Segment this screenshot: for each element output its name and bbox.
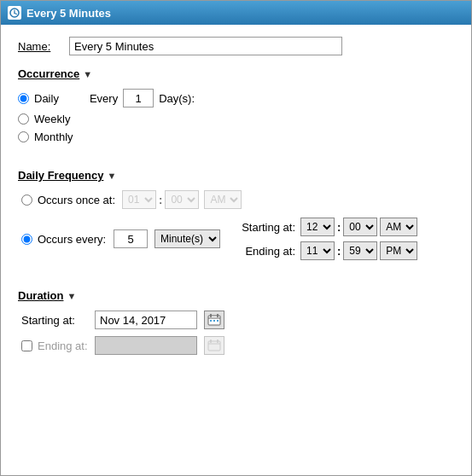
name-label: Name: (18, 40, 61, 53)
duration-start-date-input[interactable] (95, 311, 197, 329)
dur-starting-label-group: Starting at: (21, 314, 88, 327)
main-window: Every 5 Minutes Name: Occurrence ▼ Daily (0, 0, 472, 476)
occurs-every-unit-select[interactable]: Minute(s) Hour(s) (154, 229, 220, 248)
ending-at-row: Ending at: 1112 : 5900 PMAM (234, 241, 417, 260)
daily-freq-header: Daily Frequency ▼ (18, 169, 454, 182)
weekly-label: Weekly (34, 113, 70, 125)
duration-rows: Starting at: (18, 311, 454, 355)
occurs-once-hour-select[interactable]: 01 (122, 190, 156, 209)
ending-time-group: 1112 : 5900 PMAM (300, 241, 417, 260)
title-bar: Every 5 Minutes (1, 1, 471, 25)
occurrence-title: Occurrence (18, 67, 79, 80)
occurs-every-controls: Minute(s) Hour(s) (114, 229, 220, 248)
occurs-once-ampm-select[interactable]: AM (204, 190, 242, 209)
daily-freq-chevron-icon: ▼ (107, 171, 116, 181)
time-sep-1: : (159, 194, 162, 206)
occurrence-section: Occurrence ▼ Daily Every Day(s): (18, 67, 454, 143)
daily-radio-row: Daily Every Day(s): (18, 89, 195, 107)
starting-at-row: Starting at: 120102 : 0001 AMP (234, 218, 417, 236)
occurrence-radio-group: Daily Every Day(s): Weekly Monthly (18, 89, 195, 143)
monthly-label: Monthly (34, 131, 73, 143)
occurs-every-label-group: Occurs every: (21, 233, 107, 246)
monthly-radio-row: Monthly (18, 131, 195, 143)
starting-sep: : (337, 221, 341, 234)
svg-rect-10 (208, 341, 220, 351)
occurs-once-controls: 01 : 00 AM (122, 190, 242, 209)
duration-end-date-input[interactable] (95, 336, 197, 355)
name-input[interactable] (69, 37, 342, 55)
occurs-once-radio[interactable] (21, 194, 32, 206)
daily-label: Daily (34, 92, 59, 105)
occurs-every-value-input[interactable] (114, 229, 148, 248)
starting-ampm-select[interactable]: AMPM (380, 218, 417, 236)
occurs-every-label: Occurs every: (38, 233, 106, 246)
occurs-every-row: Occurs every: Minute(s) Hour(s) Starting… (21, 218, 454, 260)
svg-rect-7 (210, 320, 212, 322)
daily-frequency-section: Daily Frequency ▼ Occurs once at: 01 : (18, 169, 454, 260)
daily-every-row: Every Day(s): (90, 89, 195, 107)
window-icon (8, 6, 21, 20)
starting-time-group: 120102 : 0001 AMPM (300, 218, 417, 236)
dur-starting-row: Starting at: (21, 311, 454, 329)
ending-at-checkbox[interactable] (21, 340, 32, 351)
days-label: Day(s): (159, 92, 195, 105)
dur-ending-label-group: Ending at: (21, 340, 88, 352)
starting-ending-group: Starting at: 120102 : 0001 AMP (234, 218, 417, 260)
occurrence-header: Occurrence ▼ (18, 67, 454, 80)
duration-chevron-icon: ▼ (67, 291, 76, 301)
weekly-radio[interactable] (18, 113, 29, 125)
starting-min-select[interactable]: 0001 (343, 218, 377, 236)
ending-sep: : (337, 245, 341, 258)
dur-ending-label: Ending at: (38, 340, 88, 352)
starting-hour-select[interactable]: 120102 (300, 218, 335, 236)
every-label: Every (90, 92, 118, 105)
ending-ampm-select[interactable]: PMAM (380, 241, 417, 260)
ending-at-label: Ending at: (234, 245, 295, 258)
svg-rect-8 (213, 320, 215, 322)
duration-header: Duration ▼ (18, 289, 454, 302)
dur-starting-label: Starting at: (21, 314, 75, 327)
occurs-once-label-group: Occurs once at: (21, 194, 115, 206)
ending-min-select[interactable]: 5900 (343, 241, 377, 260)
daily-freq-title: Daily Frequency (18, 169, 103, 182)
duration-section: Duration ▼ Starting at: (18, 289, 454, 355)
ending-hour-select[interactable]: 1112 (300, 241, 335, 260)
dur-ending-row: Ending at: (21, 336, 454, 355)
starting-at-label: Starting at: (234, 221, 295, 234)
window-title: Every 5 Minutes (26, 7, 111, 20)
monthly-radio[interactable] (18, 131, 29, 142)
occurrence-body: Daily Every Day(s): Weekly Monthly (18, 89, 454, 143)
svg-rect-9 (217, 320, 219, 322)
occurrence-chevron-icon: ▼ (83, 69, 92, 79)
occurs-every-radio[interactable] (21, 234, 32, 245)
duration-title: Duration (18, 289, 63, 302)
occurs-once-label: Occurs once at: (38, 194, 115, 206)
start-calendar-button[interactable] (204, 311, 224, 329)
daily-every-input[interactable] (123, 89, 154, 107)
end-calendar-button[interactable] (204, 336, 224, 355)
content-area: Name: Occurrence ▼ Daily Every Day(s): (1, 25, 471, 475)
freq-rows: Occurs once at: 01 : 00 AM (18, 190, 454, 260)
occurs-once-row: Occurs once at: 01 : 00 AM (21, 190, 454, 209)
occurs-once-min-select[interactable]: 00 (165, 190, 199, 209)
name-field-row: Name: (18, 37, 454, 55)
weekly-radio-row: Weekly (18, 113, 195, 125)
daily-radio[interactable] (18, 93, 29, 104)
